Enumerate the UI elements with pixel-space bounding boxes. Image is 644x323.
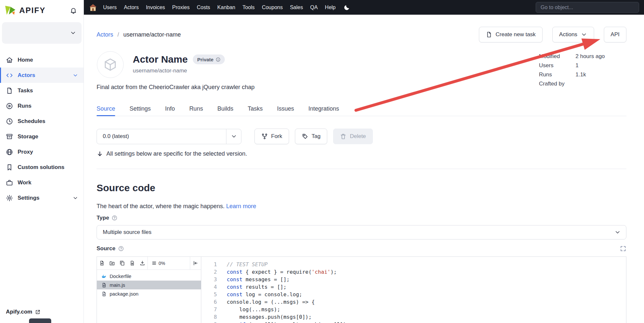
topbar-item-costs[interactable]: Costs bbox=[197, 5, 210, 10]
version-select[interactable]: 0.0 (latest) bbox=[97, 129, 241, 144]
apify-com-link[interactable]: Apify.com bbox=[6, 309, 40, 315]
new-task-page-icon bbox=[486, 31, 492, 38]
notifications-bell-icon[interactable] bbox=[70, 7, 77, 14]
actor-name-title: Actor Name bbox=[133, 54, 188, 65]
external-link-icon bbox=[35, 309, 40, 315]
sidebar-item-label: Home bbox=[18, 57, 33, 63]
account-switcher[interactable] bbox=[2, 22, 82, 44]
create-new-task-label: Create new task bbox=[496, 31, 536, 38]
topbar-item-coupons[interactable]: Coupons bbox=[262, 5, 283, 10]
duplicate-file-button[interactable] bbox=[117, 257, 127, 269]
delete-button[interactable]: Delete bbox=[333, 129, 373, 144]
file-row-main-js[interactable]: main.js bbox=[97, 281, 201, 289]
tag-icon bbox=[302, 133, 308, 140]
tab-info[interactable]: Info bbox=[165, 101, 175, 116]
code-text: const { expect } = require('chai'); bbox=[217, 268, 337, 276]
help-circle-icon[interactable] bbox=[112, 215, 117, 221]
file-code-icon bbox=[101, 283, 107, 288]
code-text: messages.push(msgs[0]); bbox=[217, 313, 312, 321]
breadcrumb-current: username/actor-name bbox=[123, 31, 181, 38]
create-new-task-button[interactable]: Create new task bbox=[479, 27, 543, 42]
tab-source[interactable]: Source bbox=[97, 101, 115, 116]
topbar-menu: UsersActorsInvoicesProxiesCostsKanbanToo… bbox=[103, 5, 336, 10]
download-button[interactable] bbox=[137, 257, 147, 269]
topbar-item-sales[interactable]: Sales bbox=[290, 5, 303, 10]
topbar-item-proxies[interactable]: Proxies bbox=[172, 5, 190, 10]
sidebar-item-home[interactable]: Home bbox=[0, 52, 84, 68]
code-line-3: 3const messages = []; bbox=[201, 276, 626, 283]
sidebar-item-label: Settings bbox=[18, 195, 39, 201]
tab-issues[interactable]: Issues bbox=[277, 101, 294, 116]
dark-mode-moon-icon[interactable] bbox=[344, 4, 350, 11]
fork-button[interactable]: Fork bbox=[254, 129, 289, 144]
meta-value-modified: 2 hours ago bbox=[575, 53, 605, 60]
file-row-package-json[interactable]: package.json bbox=[97, 289, 201, 298]
sidebar-item-schedules[interactable]: Schedules bbox=[0, 114, 84, 129]
line-number: 6 bbox=[201, 298, 217, 306]
topbar-item-help[interactable]: Help bbox=[325, 5, 336, 10]
source-type-value: Multiple source files bbox=[103, 229, 151, 236]
briefcase-icon bbox=[6, 179, 13, 186]
file-list: Dockerfilemain.jspackage.json bbox=[97, 270, 201, 298]
collapse-panel-button[interactable] bbox=[190, 257, 201, 269]
actions-button[interactable]: Actions bbox=[552, 27, 594, 42]
breadcrumb-actors-link[interactable]: Actors bbox=[97, 31, 113, 38]
source-type-select[interactable]: Multiple source files bbox=[97, 225, 626, 239]
tab-settings[interactable]: Settings bbox=[130, 101, 151, 116]
sidebar-item-storage[interactable]: Storage bbox=[0, 129, 84, 144]
sidebar-item-work[interactable]: Work bbox=[0, 175, 84, 190]
new-file-button[interactable] bbox=[97, 257, 107, 269]
home-house-icon[interactable] bbox=[88, 3, 98, 12]
apify-logo[interactable] bbox=[4, 5, 17, 16]
globe-icon bbox=[6, 148, 13, 156]
sidebar-item-runs[interactable]: Runs bbox=[0, 98, 84, 114]
code-area[interactable]: 1// TEST SETUP2const { expect } = requir… bbox=[201, 257, 626, 323]
actor-avatar bbox=[97, 51, 124, 78]
actor-description: Final actor from the CheerioCrawler aka … bbox=[97, 84, 254, 91]
code-text: // TEST SETUP bbox=[217, 261, 268, 268]
version-select-chevron bbox=[226, 129, 241, 144]
sidebar-item-label: Storage bbox=[18, 133, 38, 140]
topbar-item-users[interactable]: Users bbox=[103, 5, 117, 10]
learn-more-link[interactable]: Learn more bbox=[226, 203, 256, 209]
info-circle-icon[interactable] bbox=[216, 57, 221, 62]
sidebar-item-label: Schedules bbox=[18, 118, 45, 125]
topbar-item-invoices[interactable]: Invoices bbox=[146, 5, 165, 10]
sidebar-item-proxy[interactable]: Proxy bbox=[0, 144, 84, 160]
actor-tabs: SourceSettingsInfoRunsBuildsTasksIssuesI… bbox=[97, 101, 626, 116]
code-line-4: 4const results = []; bbox=[201, 283, 626, 291]
help-circle-icon[interactable] bbox=[118, 246, 124, 252]
partial-bottom-control[interactable] bbox=[29, 318, 51, 323]
sidebar-item-actors[interactable]: Actors bbox=[0, 68, 84, 83]
topbar-item-qa[interactable]: QA bbox=[310, 5, 318, 10]
file-row-dockerfile[interactable]: Dockerfile bbox=[97, 272, 201, 281]
new-folder-button[interactable] bbox=[107, 257, 117, 269]
delete-label: Delete bbox=[350, 133, 366, 140]
code-line-6: 6console.log = (...msgs) => { bbox=[201, 298, 626, 306]
api-button[interactable]: API bbox=[604, 27, 626, 42]
source-label: Source bbox=[97, 245, 115, 252]
code-text: console.log = (...msgs) => { bbox=[217, 298, 315, 306]
tab-runs[interactable]: Runs bbox=[189, 101, 203, 116]
fork-icon bbox=[261, 133, 268, 140]
chevron-down-icon bbox=[72, 195, 78, 201]
import-file-button[interactable] bbox=[127, 257, 137, 269]
sidebar-item-settings[interactable]: Settings bbox=[0, 190, 84, 206]
zoom-control[interactable]: 0% bbox=[148, 257, 169, 269]
topbar-item-kanban[interactable]: Kanban bbox=[217, 5, 235, 10]
sidebar-item-tasks[interactable]: Tasks bbox=[0, 83, 84, 98]
tag-button[interactable]: Tag bbox=[295, 129, 327, 144]
code-icon bbox=[6, 72, 13, 79]
chevron-down-icon bbox=[231, 133, 237, 140]
file-toolbar: 0% bbox=[97, 257, 201, 270]
tab-tasks[interactable]: Tasks bbox=[248, 101, 263, 116]
go-to-object-search-input[interactable] bbox=[536, 2, 639, 13]
topbar-item-actors[interactable]: Actors bbox=[124, 5, 139, 10]
zoom-value: 0% bbox=[159, 261, 165, 266]
tab-integrations[interactable]: Integrations bbox=[308, 101, 339, 116]
sidebar-item-custom-solutions[interactable]: Custom solutions bbox=[0, 160, 84, 175]
archive-icon bbox=[6, 133, 13, 140]
tab-builds[interactable]: Builds bbox=[217, 101, 233, 116]
topbar-item-tools[interactable]: Tools bbox=[242, 5, 254, 10]
fullscreen-expand-icon[interactable] bbox=[620, 245, 626, 252]
